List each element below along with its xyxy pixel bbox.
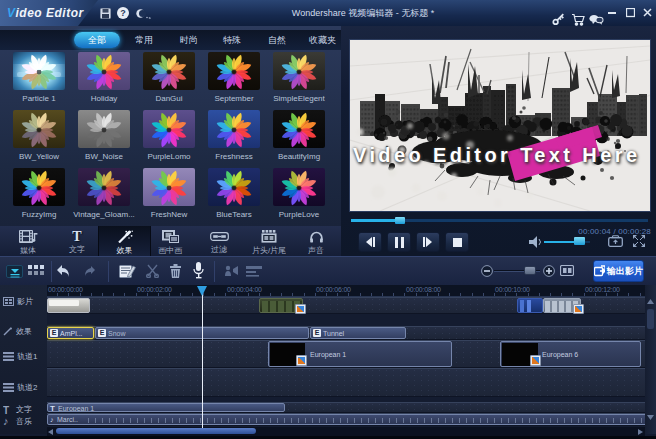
svg-text:T: T [3,405,9,415]
svg-text:♪: ♪ [3,416,9,427]
